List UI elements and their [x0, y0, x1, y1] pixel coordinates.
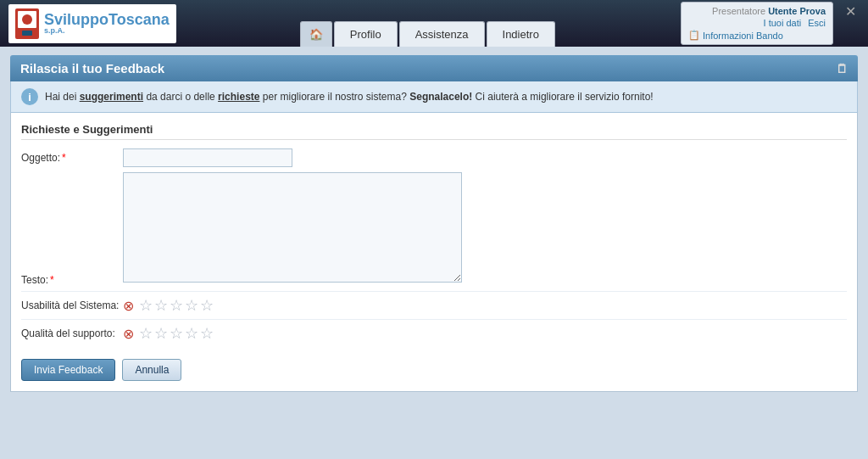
- header: SviluppoToscana s.p.A. 🏠 Profilo Assiste…: [0, 0, 868, 47]
- nav-home-tab[interactable]: 🏠: [300, 21, 332, 47]
- main-content: Rilascia il tuo Feedback 🗒 i Hai dei sug…: [0, 47, 868, 400]
- logo-spa: s.p.A.: [44, 27, 170, 35]
- banner-text-3: per migliorare il nostro sistema?: [259, 91, 409, 103]
- logo-text: SviluppoToscana s.p.A.: [44, 12, 170, 35]
- button-row: Invia Feedback Annulla: [21, 359, 847, 381]
- testo-label-text: Testo:: [21, 274, 48, 286]
- nav-indietro-tab[interactable]: Indietro: [487, 21, 555, 47]
- usabilita-star-3[interactable]: ☆: [170, 296, 183, 315]
- logo-suffix: Toscana: [108, 11, 170, 28]
- esci-link[interactable]: Esci: [808, 18, 826, 28]
- qualita-star-3[interactable]: ☆: [170, 324, 183, 343]
- banner-text: Hai dei suggerimenti da darci o delle ri…: [45, 91, 654, 103]
- banner-text-1: Hai dei: [45, 91, 80, 103]
- user-area: Presentatore Utente Prova I tuoi dati Es…: [681, 2, 833, 45]
- usabilita-star-4[interactable]: ☆: [185, 296, 198, 315]
- svg-point-2: [22, 14, 32, 25]
- nav-profilo-tab[interactable]: Profilo: [334, 21, 398, 47]
- qualita-label: Qualità del supporto:: [21, 327, 123, 339]
- info-banner: i Hai dei suggerimenti da darci o delle …: [10, 81, 858, 113]
- nav-assistenza-tab[interactable]: Assistenza: [399, 21, 485, 47]
- usabilita-star-1[interactable]: ☆: [139, 296, 153, 315]
- logo-prefix: Sviluppo: [44, 11, 108, 28]
- usabilita-row: Usabilità del Sistema: ⊗ ☆ ☆ ☆ ☆ ☆: [21, 291, 847, 319]
- info-icon: i: [21, 88, 38, 105]
- logo-area: SviluppoToscana s.p.A.: [8, 4, 176, 43]
- oggetto-label: Oggetto:*: [21, 148, 123, 164]
- qualita-row: Qualità del supporto: ⊗ ☆ ☆ ☆ ☆ ☆: [21, 319, 847, 347]
- qualita-star-2[interactable]: ☆: [154, 324, 168, 343]
- qualita-stars: ☆ ☆ ☆ ☆ ☆: [139, 324, 214, 343]
- testo-row: Testo:*: [21, 172, 847, 286]
- usabilita-stars: ☆ ☆ ☆ ☆ ☆: [139, 296, 214, 315]
- oggetto-label-text: Oggetto:: [21, 152, 60, 164]
- close-button[interactable]: ✕: [842, 2, 860, 21]
- form-section: Richieste e Suggerimenti Oggetto:* Testo…: [10, 113, 858, 392]
- region-logo-icon: [15, 8, 39, 39]
- page-title-bar: Rilascia il tuo Feedback 🗒: [10, 55, 858, 81]
- page-title-icon: 🗒: [836, 62, 848, 76]
- qualita-star-1[interactable]: ☆: [139, 324, 153, 343]
- banner-text-4: Ci aiuterà a migliorare il servizio forn…: [472, 91, 653, 103]
- section-title: Richieste e Suggerimenti: [21, 123, 847, 140]
- user-name: Utente Prova: [768, 6, 826, 16]
- usabilita-label: Usabilità del Sistema:: [21, 299, 123, 311]
- presenter-label: Presentatore: [712, 6, 765, 16]
- banner-text-2: da darci o delle: [143, 91, 218, 103]
- informazioni-bando-link[interactable]: 📋 Informazioni Bando: [688, 30, 826, 41]
- info-bando-label: Informazioni Bando: [703, 31, 783, 41]
- oggetto-row: Oggetto:*: [21, 148, 847, 167]
- qualita-cancel-icon[interactable]: ⊗: [123, 326, 134, 342]
- testo-required-star: *: [50, 274, 54, 286]
- nav-area: 🏠 Profilo Assistenza Indietro: [176, 0, 681, 47]
- cancel-button[interactable]: Annulla: [122, 359, 181, 381]
- tuoi-dati-link[interactable]: I tuoi dati: [764, 18, 802, 28]
- submit-button[interactable]: Invia Feedback: [21, 359, 115, 381]
- banner-suggerimenti: suggerimenti: [80, 91, 143, 103]
- usabilita-cancel-icon[interactable]: ⊗: [123, 298, 134, 314]
- qualita-star-4[interactable]: ☆: [185, 324, 198, 343]
- usabilita-star-2[interactable]: ☆: [154, 296, 168, 315]
- svg-rect-3: [22, 31, 32, 36]
- oggetto-required-star: *: [62, 152, 66, 164]
- banner-segnalacelo: Segnalacelo!: [409, 91, 472, 103]
- testo-label: Testo:*: [21, 172, 123, 286]
- info-bando-icon: 📋: [688, 30, 700, 41]
- oggetto-input[interactable]: [123, 148, 292, 167]
- qualita-star-5[interactable]: ☆: [200, 324, 214, 343]
- page-title: Rilascia il tuo Feedback: [20, 61, 164, 76]
- banner-richieste: richieste: [218, 91, 259, 103]
- usabilita-star-5[interactable]: ☆: [200, 296, 214, 315]
- testo-textarea[interactable]: [123, 172, 462, 283]
